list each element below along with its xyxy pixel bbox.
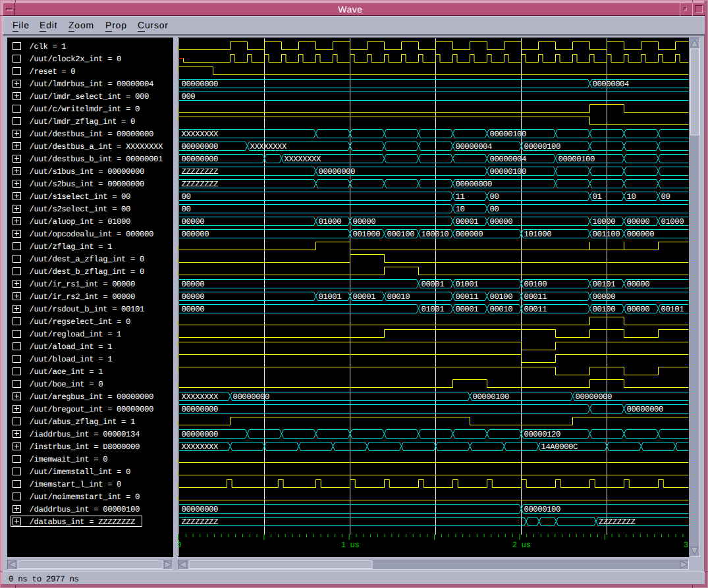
svg-text:00001: 00001 — [456, 217, 479, 227]
svg-text:00000004: 00000004 — [456, 142, 493, 151]
svg-text:XXXXXXXX: XXXXXXXX — [182, 392, 219, 402]
svg-text:00000100: 00000100 — [473, 392, 510, 402]
svg-text:00000: 00000 — [593, 292, 616, 302]
svg-text:00010: 00010 — [490, 305, 513, 314]
svg-text:00000004: 00000004 — [593, 80, 630, 89]
svg-text:01: 01 — [593, 192, 602, 201]
svg-text:00100: 00100 — [490, 292, 513, 302]
svg-text:10: 10 — [627, 192, 636, 201]
svg-text:00011: 00011 — [524, 305, 547, 314]
svg-text:00000000: 00000000 — [627, 405, 664, 414]
svg-text:00000: 00000 — [627, 305, 650, 314]
svg-text:00000: 00000 — [353, 217, 376, 227]
svg-text:00: 00 — [490, 205, 499, 214]
svg-text:00000100: 00000100 — [524, 505, 561, 514]
svg-text:00000100: 00000100 — [558, 155, 595, 164]
svg-text:001100: 001100 — [593, 230, 620, 239]
svg-text:000000: 000000 — [456, 230, 483, 239]
svg-text:01001: 01001 — [319, 292, 342, 302]
svg-text:00010: 00010 — [387, 292, 410, 302]
svg-text:00: 00 — [661, 192, 670, 201]
svg-text:000: 000 — [182, 92, 196, 101]
svg-text:00000000: 00000000 — [182, 505, 219, 514]
svg-text:00101: 00101 — [661, 305, 684, 314]
svg-text:3 us: 3 us — [684, 541, 689, 550]
svg-text:00000000: 00000000 — [576, 392, 613, 402]
svg-text:001000: 001000 — [353, 230, 381, 239]
svg-text:00000000: 00000000 — [182, 142, 219, 151]
svg-text:14A0000C: 14A0000C — [541, 442, 578, 452]
svg-text:00000000: 00000000 — [319, 167, 356, 176]
svg-text:00100: 00100 — [524, 280, 547, 289]
svg-text:XXXXXXXX: XXXXXXXX — [182, 130, 219, 139]
svg-text:2 us: 2 us — [512, 541, 531, 550]
svg-text:00: 00 — [182, 192, 191, 201]
svg-text:00100: 00100 — [593, 305, 616, 314]
svg-text:00000: 00000 — [182, 280, 205, 289]
svg-text:00011: 00011 — [524, 292, 547, 302]
svg-text:ZZZZZZZZ: ZZZZZZZZ — [599, 518, 636, 527]
svg-text:ZZZZZZZZ: ZZZZZZZZ — [182, 180, 219, 189]
svg-text:01001: 01001 — [422, 305, 445, 314]
svg-text:00000: 00000 — [182, 305, 205, 314]
svg-text:00011: 00011 — [456, 292, 479, 302]
svg-text:00: 00 — [490, 192, 499, 201]
svg-text:01000: 01000 — [319, 217, 342, 227]
svg-text:00101: 00101 — [593, 280, 616, 289]
svg-text:XXXXXXXX: XXXXXXXX — [285, 155, 322, 164]
svg-text:00001: 00001 — [353, 292, 376, 302]
svg-text:0: 0 — [178, 541, 181, 550]
svg-text:00000: 00000 — [182, 292, 205, 302]
svg-text:000100: 000100 — [387, 230, 415, 239]
svg-text:10000: 10000 — [593, 217, 616, 227]
svg-text:00000100: 00000100 — [524, 142, 561, 151]
svg-text:00001: 00001 — [456, 305, 479, 314]
svg-text:00001: 00001 — [422, 280, 445, 289]
svg-text:101000: 101000 — [524, 230, 552, 239]
svg-text:11: 11 — [456, 192, 465, 201]
svg-text:00000000: 00000000 — [182, 80, 219, 89]
svg-text:01000: 01000 — [661, 217, 684, 227]
svg-text:000000: 000000 — [627, 230, 655, 239]
svg-text:00000000: 00000000 — [182, 405, 219, 414]
svg-text:10: 10 — [456, 205, 465, 214]
svg-text:00000: 00000 — [627, 280, 650, 289]
svg-text:00000120: 00000120 — [524, 430, 561, 439]
svg-text:00000100: 00000100 — [490, 167, 527, 176]
svg-text:00000000: 00000000 — [456, 180, 493, 189]
svg-text:00000000: 00000000 — [182, 155, 219, 164]
svg-text:00000: 00000 — [627, 217, 650, 227]
svg-text:1 us: 1 us — [341, 541, 360, 550]
svg-text:000000: 000000 — [182, 230, 209, 239]
svg-text:00: 00 — [182, 205, 191, 214]
svg-text:01001: 01001 — [456, 280, 479, 289]
svg-text:ZZZZZZZZ: ZZZZZZZZ — [182, 167, 219, 176]
svg-text:100010: 100010 — [422, 230, 449, 239]
svg-text:00000100: 00000100 — [490, 130, 527, 139]
svg-text:XXXXXXXX: XXXXXXXX — [182, 442, 219, 452]
svg-text:00000000: 00000000 — [233, 392, 270, 402]
svg-text:00000000: 00000000 — [182, 430, 219, 439]
svg-text:00000004: 00000004 — [490, 155, 527, 164]
svg-text:XXXXXXXX: XXXXXXXX — [250, 142, 288, 151]
svg-text:00000: 00000 — [490, 217, 513, 227]
svg-text:00000: 00000 — [182, 217, 205, 227]
svg-text:ZZZZZZZZ: ZZZZZZZZ — [182, 518, 219, 527]
